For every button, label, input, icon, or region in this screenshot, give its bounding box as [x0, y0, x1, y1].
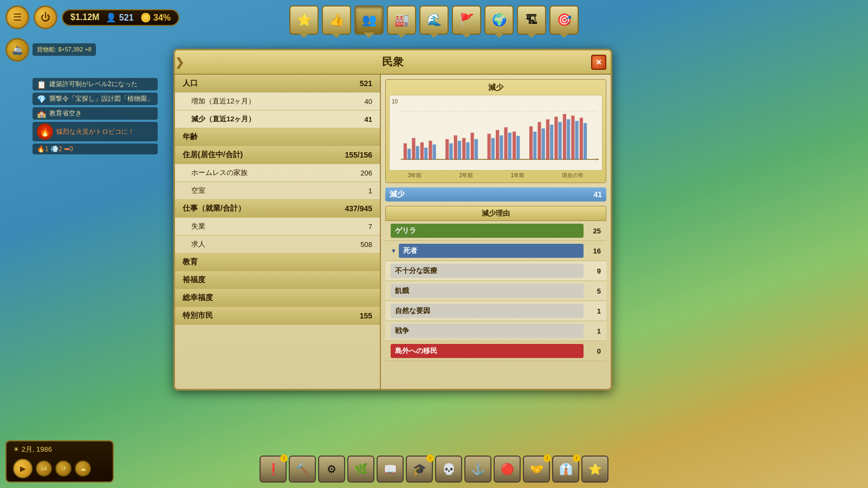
bottom-icon-build[interactable]: 🔨	[289, 456, 316, 483]
top-icon-world[interactable]: 🌍	[484, 5, 514, 35]
dead-label: 死者	[403, 246, 417, 256]
bottom-icon-military[interactable]: 🔴	[494, 456, 521, 483]
close-button[interactable]: ✕	[591, 55, 606, 70]
top-icon-industry[interactable]: 🏭	[387, 5, 416, 35]
top-icon-achievement[interactable]: ⭐	[289, 5, 319, 35]
population-stat-value: 521	[360, 79, 372, 88]
war-value: 1	[588, 327, 601, 335]
reason-emigration: 島外への移民 0	[385, 341, 606, 361]
panel-right-column: 減少 10	[381, 75, 611, 389]
bottom-icon-settings[interactable]: ⚙	[318, 456, 345, 483]
speed-cloud-button[interactable]: ☁	[75, 460, 91, 477]
military-icon: 🔴	[501, 463, 514, 476]
education-label: 教育	[183, 257, 198, 267]
homeless-value: 206	[360, 169, 372, 177]
politics-icon: 👔	[559, 463, 573, 476]
jobs-value: 437/945	[345, 204, 372, 213]
svg-rect-24	[508, 133, 511, 159]
population-value: 👤 521	[106, 12, 133, 23]
notif-2: 💎 襲撃令「宝探し」設計図「植物園」	[33, 93, 158, 105]
svg-rect-35	[563, 114, 566, 160]
top-icon-diplomacy[interactable]: 🌊	[419, 5, 449, 35]
approval-value: 🪙 34%	[140, 12, 171, 23]
medical-label: 不十分な医療	[395, 266, 437, 276]
speed-x4-button[interactable]: x4	[36, 460, 52, 477]
power-button[interactable]: ⏻	[34, 5, 57, 29]
svg-rect-30	[542, 128, 545, 159]
decrease-row: 減少（直近12ヶ月） 41	[175, 110, 380, 128]
reason-famine: 飢餓 5	[385, 281, 606, 301]
bottom-icon-crime[interactable]: 💀	[435, 456, 462, 483]
close-icon: ✕	[595, 58, 602, 67]
chart-label-3yr: 3年前	[408, 172, 422, 179]
bottom-icon-politics[interactable]: 👔 !	[552, 456, 579, 483]
svg-rect-39	[580, 118, 583, 159]
notif-1: 📋 建築許可制がレベル2になった	[33, 78, 158, 90]
time-panel: ☀ 2月, 1986 ▶ x4 ↺ ☁	[5, 440, 114, 483]
bottom-icon-foreign[interactable]: 🤝 !	[523, 456, 550, 483]
bottom-icon-education[interactable]: 🎓 !	[406, 456, 433, 483]
population-row: 人口 521	[175, 75, 380, 93]
top-icon-goals[interactable]: 🎯	[549, 5, 579, 35]
top-icon-people[interactable]: 👥	[354, 5, 384, 35]
panel-header: ❯ 民衆 ✕	[175, 50, 611, 75]
decrease-total-value: 41	[593, 190, 602, 199]
top-hud: ☰ ⏻ $1.12M 👤 521 🪙 34%	[5, 5, 179, 29]
play-button[interactable]: ▶	[13, 459, 33, 478]
bottom-icon-nature[interactable]: 🌿	[347, 456, 374, 483]
main-panel: ❯ 民衆 ✕ 人口 521 増加（直近12ヶ月） 40 減少（直近12ヶ月） 4…	[173, 49, 612, 391]
speed-cloud-icon: ☁	[80, 465, 86, 472]
population-label: 人口	[183, 79, 198, 88]
top-icon-construction[interactable]: 🏗	[517, 5, 546, 35]
notif-4: 🔥 猛烈な火災がトロピコに！	[33, 122, 158, 141]
resources-bar: $1.12M 👤 521 🪙 34%	[62, 9, 179, 26]
speed-x4-icon: x4	[41, 465, 47, 472]
svg-rect-6	[416, 146, 419, 160]
chart-area: 10	[389, 95, 603, 171]
bottom-icon-alert[interactable]: ❗ !	[260, 456, 287, 483]
bottom-icon-port[interactable]: ⚓	[464, 456, 491, 483]
cargo-button[interactable]: 🚢	[5, 38, 29, 62]
power-icon: ⏻	[41, 12, 50, 23]
svg-rect-4	[407, 149, 411, 160]
reason-natural: 自然な要因 1	[385, 301, 606, 321]
decrease-label: 減少（直近12ヶ月）	[191, 114, 255, 124]
increase-row: 増加（直近12ヶ月） 40	[175, 93, 380, 110]
svg-rect-20	[491, 138, 495, 159]
politics-warning-badge: !	[573, 454, 580, 462]
special-value: 155	[360, 311, 372, 320]
decrease-value: 41	[365, 115, 372, 123]
foreign-warning-badge: !	[543, 454, 551, 462]
svg-rect-12	[449, 144, 452, 160]
cargo-income: $+57,392	[58, 46, 83, 53]
special-row: 特別市民 155	[175, 307, 380, 325]
reason-guerrilla: ゲリラ 25	[385, 221, 606, 241]
sun-icon: ☀	[13, 445, 20, 453]
chart-section: 減少 10	[385, 79, 606, 183]
bottom-icon-star[interactable]: ⭐	[581, 456, 608, 483]
guerrilla-value: 25	[588, 227, 601, 235]
top-icon-support[interactable]: 👍	[322, 5, 351, 35]
svg-rect-14	[458, 141, 461, 160]
panel-title: 民衆	[382, 56, 404, 68]
svg-rect-34	[559, 122, 562, 159]
svg-rect-31	[546, 119, 549, 159]
reason-war: 戦争 1	[385, 321, 606, 341]
svg-rect-26	[516, 136, 520, 159]
famine-value: 5	[588, 287, 601, 295]
bottom-icon-records[interactable]: 📖	[377, 456, 404, 483]
svg-rect-7	[420, 142, 424, 160]
svg-rect-25	[513, 132, 516, 159]
chart-x-labels: 3年前 2年前 1年前 現在の年	[389, 172, 603, 179]
speed-repeat-button[interactable]: ↺	[55, 460, 72, 477]
top-nav-icons: ⭐ 👍 👥 🏭 🌊 🚩 🌍 🏗 🎯	[289, 5, 579, 35]
unemployed-label: 失業	[191, 222, 205, 231]
top-icon-factions[interactable]: 🚩	[452, 5, 481, 35]
openings-value: 508	[360, 240, 372, 249]
date-label: 2月, 1986	[22, 445, 52, 453]
cargo-label: 貨物船:	[37, 46, 56, 53]
time-controls: ▶ x4 ↺ ☁	[13, 459, 91, 478]
menu-button[interactable]: ☰	[5, 5, 29, 29]
education-warning-badge: !	[426, 454, 434, 462]
svg-rect-36	[567, 119, 570, 159]
